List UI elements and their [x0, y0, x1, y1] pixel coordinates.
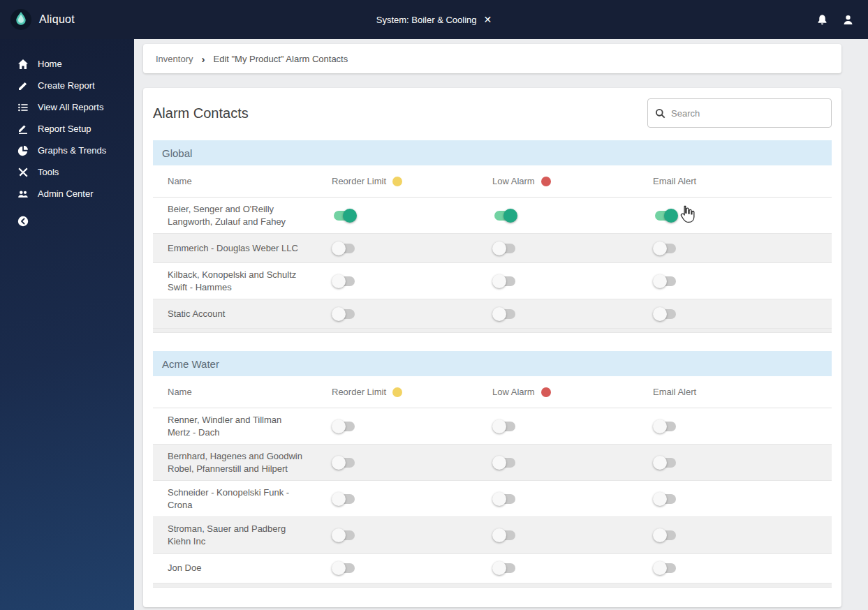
column-header-email-alert: Email Alert — [653, 176, 832, 186]
email-alert-toggle[interactable] — [653, 492, 678, 506]
low-alarm-dot — [541, 387, 551, 397]
page-title: Alarm Contacts — [153, 105, 249, 121]
low-alarm-toggle[interactable] — [492, 419, 517, 433]
reorder-limit-toggle[interactable] — [332, 456, 357, 470]
contact-row: Stroman, Sauer and Padberg Kiehn Inc — [153, 517, 832, 553]
sidebar-item-label: Home — [38, 59, 62, 69]
main-content: Inventory › Edit "My Product" Alarm Cont… — [134, 39, 868, 610]
system-context-label: System: Boiler & Cooling — [376, 15, 477, 25]
contact-row: Schneider - Konopelski Funk - Crona — [153, 481, 832, 517]
sidebar-item-label: Create Report — [38, 80, 95, 91]
reorder-limit-toggle[interactable] — [332, 274, 357, 288]
sidebar: Home Create Report View All Reports Repo… — [0, 39, 134, 610]
brand-name: Aliquot — [39, 13, 75, 26]
app-window: Aliquot System: Boiler & Cooling ✕ Home … — [0, 0, 868, 610]
group-header: Global — [153, 140, 832, 165]
low-alarm-toggle[interactable] — [492, 209, 517, 223]
contact-row: Bernhard, Hagenes and Goodwin Robel, Pfa… — [153, 445, 832, 481]
column-header-low-alarm: Low Alarm — [492, 387, 653, 397]
column-header-reorder-limit: Reorder Limit — [332, 176, 492, 186]
sidebar-item-tools[interactable]: Tools — [0, 161, 134, 183]
email-alert-toggle[interactable] — [653, 419, 678, 433]
contact-group: Global Name Reorder Limit Low Alarm Emai… — [153, 140, 832, 333]
sidebar-item-report-setup[interactable]: Report Setup — [0, 118, 134, 140]
group-footer — [153, 583, 832, 588]
email-alert-toggle[interactable] — [653, 241, 678, 255]
low-alarm-toggle[interactable] — [492, 307, 517, 321]
low-alarm-toggle[interactable] — [492, 561, 517, 575]
tools-icon — [17, 167, 29, 178]
column-header-email-alert: Email Alert — [653, 387, 832, 397]
sidebar-item-admin-center[interactable]: Admin Center — [0, 183, 134, 204]
groups: Global Name Reorder Limit Low Alarm Emai… — [153, 140, 832, 588]
low-alarm-toggle[interactable] — [492, 274, 517, 288]
low-alarm-toggle[interactable] — [492, 456, 517, 470]
contact-row: Emmerich - Douglas Weber LLC — [153, 234, 832, 263]
contact-name: Beier, Senger and O'Reilly Langworth, Zu… — [153, 203, 332, 228]
column-header-reorder-limit: Reorder Limit — [332, 387, 492, 397]
contact-row: Kilback, Konopelski and Schultz Swift - … — [153, 263, 832, 299]
card-header: Alarm Contacts — [143, 88, 841, 140]
low-alarm-toggle[interactable] — [492, 528, 517, 542]
contact-row: Renner, Windler and Tillman Mertz - Dach — [153, 408, 832, 445]
email-alert-toggle[interactable] — [653, 307, 678, 321]
contact-name: Renner, Windler and Tillman Mertz - Dach — [153, 414, 332, 438]
sidebar-item-graphs-trends[interactable]: Graphs & Trends — [0, 140, 134, 161]
sidebar-item-create-report[interactable]: Create Report — [0, 75, 134, 96]
table-header-row: Name Reorder Limit Low Alarm Email Alert — [153, 376, 832, 408]
pencil-icon — [17, 80, 29, 91]
reorder-limit-dot — [392, 177, 402, 186]
contact-name: Stroman, Sauer and Padberg Kiehn Inc — [153, 523, 332, 547]
notifications-bell-icon[interactable] — [816, 14, 828, 26]
email-alert-toggle[interactable] — [653, 528, 678, 542]
reorder-limit-toggle[interactable] — [332, 492, 357, 506]
reorder-limit-toggle[interactable] — [332, 241, 357, 255]
topbar: Aliquot System: Boiler & Cooling ✕ — [0, 0, 868, 39]
sidebar-item-label: Tools — [38, 167, 59, 177]
contact-name: Schneider - Konopelski Funk - Crona — [153, 486, 332, 511]
contact-name: Kilback, Konopelski and Schultz Swift - … — [153, 269, 332, 293]
low-alarm-dot — [541, 177, 551, 186]
breadcrumb-current-page: Edit "My Product" Alarm Contacts — [213, 54, 348, 64]
contact-row: Static Account — [153, 299, 832, 329]
low-alarm-toggle[interactable] — [492, 241, 517, 255]
reorder-limit-toggle[interactable] — [332, 307, 357, 321]
email-alert-toggle[interactable] — [653, 561, 678, 575]
sidebar-collapse-button[interactable] — [0, 216, 134, 230]
system-close-icon[interactable]: ✕ — [484, 15, 492, 24]
email-alert-toggle[interactable] — [653, 456, 678, 470]
list-icon — [17, 102, 29, 113]
low-alarm-toggle[interactable] — [492, 492, 517, 506]
group-body: Renner, Windler and Tillman Mertz - Dach… — [153, 408, 832, 583]
email-alert-toggle[interactable] — [653, 274, 678, 288]
topbar-actions — [816, 14, 868, 26]
group-body: Beier, Senger and O'Reilly Langworth, Zu… — [153, 198, 832, 329]
report-setup-icon — [17, 124, 29, 135]
aliquot-logo-icon — [10, 8, 32, 31]
users-icon — [17, 188, 29, 200]
home-icon — [17, 59, 29, 70]
reorder-limit-toggle[interactable] — [332, 528, 357, 542]
contact-row: Beier, Senger and O'Reilly Langworth, Zu… — [153, 198, 832, 234]
search-input[interactable] — [671, 108, 824, 119]
reorder-limit-toggle[interactable] — [332, 561, 357, 575]
contact-name: Bernhard, Hagenes and Goodwin Robel, Pfa… — [153, 450, 332, 475]
sidebar-nav: Home Create Report View All Reports Repo… — [0, 39, 134, 204]
user-account-icon[interactable] — [842, 14, 854, 26]
chevron-left-circle-icon — [17, 217, 29, 229]
system-context: System: Boiler & Cooling ✕ — [376, 15, 492, 25]
brand: Aliquot — [0, 8, 75, 31]
group-title: Global — [162, 147, 192, 159]
reorder-limit-dot — [392, 387, 402, 397]
contact-group: Acme Water Name Reorder Limit Low Alarm … — [153, 351, 832, 587]
email-alert-toggle[interactable] — [653, 209, 678, 223]
contact-row: Jon Doe — [153, 554, 832, 583]
reorder-limit-toggle[interactable] — [332, 419, 357, 433]
sidebar-item-home[interactable]: Home — [0, 53, 134, 75]
chevron-right-icon: › — [201, 54, 205, 64]
reorder-limit-toggle[interactable] — [332, 209, 357, 223]
group-header: Acme Water — [153, 351, 832, 376]
sidebar-item-view-all-reports[interactable]: View All Reports — [0, 96, 134, 118]
breadcrumb-inventory-link[interactable]: Inventory — [156, 54, 193, 64]
table-header-row: Name Reorder Limit Low Alarm Email Alert — [153, 165, 832, 198]
